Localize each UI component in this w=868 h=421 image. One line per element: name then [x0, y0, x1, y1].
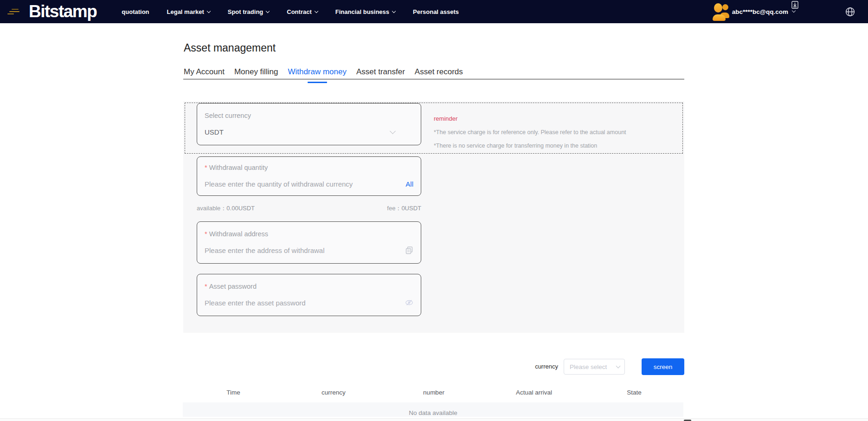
available-value: 0.00USDT: [226, 205, 255, 212]
nav-right-cluster: abc****bc@qq.com: [713, 0, 868, 23]
required-marker: *: [205, 164, 207, 171]
tab-money-filling[interactable]: Money filling: [234, 67, 278, 78]
chevron-down-icon[interactable]: [390, 128, 396, 134]
nav-item-spot-trading[interactable]: Spot trading: [228, 8, 270, 15]
chevron-down-icon: [266, 9, 270, 13]
top-nav-bar: Bitstamp quotation Legal market Spot tra…: [0, 0, 868, 23]
chevron-down-icon: [392, 9, 396, 13]
empty-state-row: No data available: [183, 402, 683, 417]
language-globe-icon[interactable]: [845, 7, 855, 17]
column-header-time: Time: [183, 389, 283, 396]
currency-filter-select[interactable]: Please select: [564, 359, 625, 375]
asset-password-field: *Asset password: [197, 274, 421, 316]
paste-copy-icon[interactable]: [405, 246, 413, 254]
chevron-down-icon: [314, 9, 318, 13]
empty-state-text: No data available: [409, 403, 457, 416]
withdrawal-quantity-field: *Withdrawal quantity All: [197, 156, 421, 196]
currency-filter-placeholder: Please select: [570, 363, 617, 370]
withdrawal-address-label: *Withdrawal address: [205, 230, 413, 238]
tab-withdraw-money[interactable]: Withdraw money: [288, 67, 347, 78]
currency-filter-label: currency: [535, 363, 558, 370]
nav-item-personal-assets[interactable]: Personal assets: [413, 8, 459, 15]
nav-item-quotation[interactable]: quotation: [122, 8, 149, 15]
screen-button[interactable]: screen: [642, 358, 684, 375]
column-header-number: number: [384, 389, 484, 396]
fee-value: 0USDT: [401, 205, 421, 212]
user-email[interactable]: abc****bc@qq.com: [732, 8, 788, 15]
brand-logo[interactable]: Bitstamp: [29, 0, 96, 23]
chevron-down-icon: [206, 9, 210, 13]
eye-off-icon[interactable]: [405, 298, 413, 307]
tab-asset-transfer[interactable]: Asset transfer: [356, 67, 405, 78]
withdrawal-quantity-input[interactable]: [205, 180, 402, 188]
tab-my-account[interactable]: My Account: [184, 67, 225, 78]
all-link[interactable]: All: [405, 180, 413, 188]
reminder-line: *The service charge is for reference onl…: [434, 129, 626, 136]
records-filter-row: currency Please select screen: [183, 358, 684, 375]
fee-text: fee：0USDT: [387, 204, 421, 213]
tab-asset-records[interactable]: Asset records: [415, 67, 463, 78]
nav-menu: quotation Legal market Spot trading Cont…: [122, 8, 459, 15]
column-header-currency: currency: [283, 389, 384, 396]
nav-item-financial-business[interactable]: Financial business: [335, 8, 395, 15]
asset-password-label: *Asset password: [205, 283, 413, 290]
user-avatar-icon[interactable]: [713, 2, 729, 21]
tabs-divider: [183, 79, 684, 79]
withdrawal-address-field: *Withdrawal address: [197, 221, 421, 264]
records-table-header: Time currency number Actual arrival Stat…: [183, 389, 684, 396]
download-icon[interactable]: [791, 1, 798, 9]
required-marker: *: [205, 230, 207, 238]
withdrawal-address-input[interactable]: [205, 246, 401, 254]
select-currency-value[interactable]: USDT: [205, 128, 387, 136]
nav-item-legal-market[interactable]: Legal market: [167, 8, 210, 15]
page-title: Asset management: [184, 42, 276, 54]
menu-hamburger-icon[interactable]: [7, 8, 19, 15]
column-header-actual-arrival: Actual arrival: [484, 389, 584, 396]
column-header-state: State: [584, 389, 684, 396]
withdrawal-quantity-label: *Withdrawal quantity: [205, 164, 413, 171]
reminder-block: reminder *The service charge is for refe…: [434, 115, 626, 149]
select-currency-label: Select currency: [205, 112, 413, 119]
account-chevron-down-icon[interactable]: [792, 9, 796, 13]
asset-password-input[interactable]: [205, 299, 401, 307]
reminder-title: reminder: [434, 115, 626, 122]
select-currency-field[interactable]: Select currency USDT: [197, 103, 421, 145]
available-text: available：0.00USDT: [197, 204, 255, 213]
withdraw-form-panel: Select currency USDT reminder *The servi…: [183, 101, 684, 333]
reminder-line: *There is no service charge for transfer…: [434, 142, 626, 149]
nav-item-contract[interactable]: Contract: [287, 8, 317, 15]
chevron-down-icon: [616, 364, 621, 369]
required-marker: *: [205, 283, 207, 290]
tab-bar: My Account Money filling Withdraw money …: [184, 67, 463, 78]
horizontal-scrollbar[interactable]: [0, 418, 868, 421]
available-fee-row: available：0.00USDT fee：0USDT: [197, 204, 421, 213]
